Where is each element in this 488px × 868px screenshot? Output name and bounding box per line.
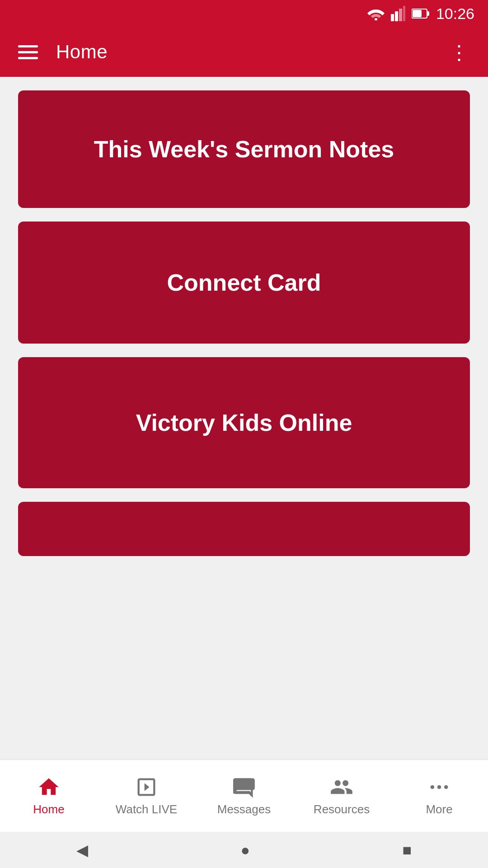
- svg-rect-7: [413, 10, 422, 17]
- nav-item-more[interactable]: More: [390, 775, 488, 816]
- svg-rect-1: [391, 14, 394, 21]
- wifi-icon: [367, 7, 385, 20]
- battery-icon: [412, 7, 430, 20]
- app-title: Home: [56, 41, 108, 63]
- hamburger-icon[interactable]: [18, 45, 38, 59]
- card-partial-button[interactable]: [18, 502, 470, 556]
- nav-item-messages[interactable]: Messages: [195, 775, 293, 816]
- more-vert-icon[interactable]: ⋮: [449, 41, 470, 64]
- svg-point-11: [444, 785, 448, 789]
- nav-label-watch-live: Watch LIVE: [116, 802, 177, 816]
- svg-point-9: [431, 785, 435, 789]
- system-nav: ◀ ● ■: [0, 832, 488, 868]
- svg-rect-4: [403, 6, 405, 21]
- messages-icon: [232, 775, 256, 799]
- svg-point-0: [375, 18, 377, 20]
- victory-kids-button[interactable]: Victory Kids Online: [18, 357, 470, 488]
- main-content: This Week's Sermon Notes Connect Card Vi…: [0, 77, 488, 760]
- status-bar: 10:26: [0, 0, 488, 27]
- nav-label-resources: Resources: [314, 802, 370, 816]
- recent-button[interactable]: ■: [403, 841, 412, 859]
- nav-label-messages: Messages: [217, 802, 271, 816]
- sermon-notes-button[interactable]: This Week's Sermon Notes: [18, 90, 470, 208]
- nav-item-resources[interactable]: Resources: [293, 775, 390, 816]
- sermon-notes-label: This Week's Sermon Notes: [76, 136, 413, 163]
- nav-item-watch-live[interactable]: Watch LIVE: [98, 775, 195, 816]
- svg-point-10: [437, 785, 441, 789]
- app-bar-left: Home: [18, 41, 108, 63]
- back-button[interactable]: ◀: [76, 841, 88, 859]
- watch-live-icon: [135, 775, 158, 799]
- svg-rect-2: [395, 11, 398, 21]
- bottom-nav: Home Watch LIVE Messages Resources More: [0, 760, 488, 832]
- status-icons: 10:26: [367, 5, 474, 23]
- app-bar: Home ⋮: [0, 27, 488, 77]
- nav-item-home[interactable]: Home: [0, 775, 98, 816]
- svg-rect-3: [399, 9, 402, 21]
- victory-kids-label: Victory Kids Online: [118, 409, 371, 436]
- svg-rect-6: [427, 11, 429, 16]
- status-time: 10:26: [436, 5, 474, 23]
- nav-label-more: More: [426, 802, 452, 816]
- nav-label-home: Home: [33, 802, 64, 816]
- more-icon: [427, 775, 451, 799]
- home-button[interactable]: ●: [240, 841, 250, 859]
- connect-card-label: Connect Card: [149, 269, 339, 296]
- signal-icon: [391, 6, 405, 21]
- home-icon: [37, 775, 61, 799]
- connect-card-button[interactable]: Connect Card: [18, 222, 470, 344]
- resources-icon: [330, 775, 353, 799]
